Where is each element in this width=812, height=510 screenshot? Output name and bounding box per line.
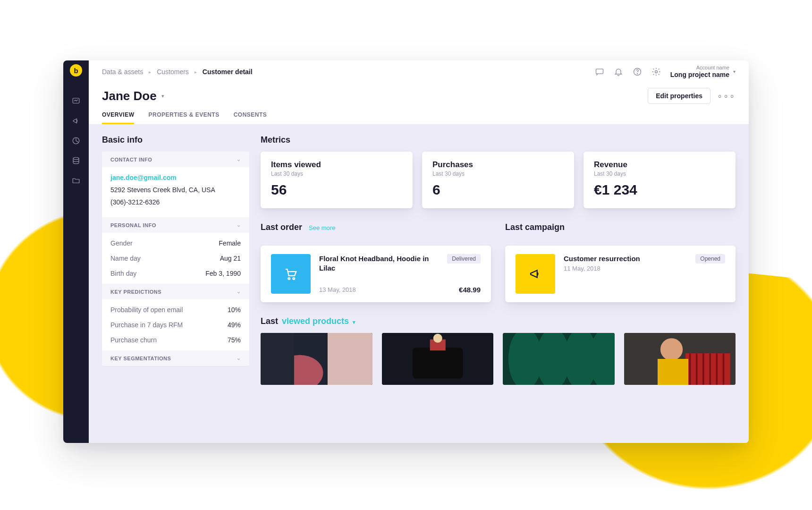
folder-icon[interactable] <box>71 176 81 185</box>
basic-info-panel: CONTACT INFO ⌄ jane.doe@gmail.com 5292 S… <box>102 152 249 366</box>
order-date: 13 May, 2018 <box>319 286 356 293</box>
project-name: Long project name <box>670 71 729 79</box>
basic-info-title: Basic info <box>102 135 249 145</box>
dashboard-icon[interactable] <box>71 96 81 106</box>
metric-purchases[interactable]: Purchases Last 30 days 6 <box>422 152 574 208</box>
chevron-down-icon: ▾ <box>353 319 355 325</box>
tab-properties-events[interactable]: PROPERTIES & EVENTS <box>148 109 219 124</box>
kv-row: Purchase in 7 days RFM49% <box>102 317 249 332</box>
svg-rect-31 <box>657 359 688 385</box>
product-thumb[interactable] <box>382 333 494 385</box>
lvp-header[interactable]: Last viewed products ▾ <box>261 316 736 326</box>
messages-icon[interactable] <box>595 67 604 76</box>
customer-address: 5292 Stevens Creek Blvd, CA, USA <box>110 186 241 194</box>
svg-point-7 <box>288 278 290 280</box>
breadcrumb-level2[interactable]: Customers <box>157 68 189 76</box>
kv-row: Name dayAug 21 <box>102 251 249 266</box>
order-items: Floral Knot Headband, Hoodie in Lilac <box>319 254 441 272</box>
svg-point-5 <box>637 74 637 74</box>
customer-email[interactable]: jane.doe@gmail.com <box>110 174 241 181</box>
campaign-status-badge: Opened <box>695 254 725 264</box>
svg-point-21 <box>589 333 614 385</box>
order-price: €48.99 <box>459 286 481 294</box>
metrics-title: Metrics <box>261 135 736 145</box>
key-predictions-body: Probability of open email10% Purchase in… <box>102 299 249 350</box>
right-column: Metrics Items viewed Last 30 days 56 Pur… <box>249 125 749 443</box>
product-thumb[interactable] <box>261 333 372 385</box>
body: Basic info CONTACT INFO ⌄ jane.doe@gmail… <box>89 125 749 443</box>
more-actions-icon[interactable]: ∘∘∘ <box>717 91 736 101</box>
analytics-icon[interactable] <box>71 136 81 145</box>
order-status-badge: Delivered <box>447 254 481 264</box>
tab-overview[interactable]: OVERVIEW <box>102 109 134 124</box>
last-campaign-card[interactable]: Customer resurrection 11 May, 2018 Opene… <box>505 246 736 302</box>
app-window: b Data & assets ▸ Customers ▸ Customer d… <box>63 60 749 443</box>
megaphone-icon <box>516 254 555 294</box>
breadcrumb-current: Customer detail <box>203 68 253 76</box>
kv-row: Probability of open email10% <box>102 302 249 317</box>
account-switcher[interactable]: Account name Long project name ▾ <box>670 65 736 79</box>
campaign-name: Customer resurrection <box>564 254 640 264</box>
contact-info-body: jane.doe@gmail.com 5292 Stevens Creek Bl… <box>102 167 249 217</box>
customer-phone: (306)-3212-6326 <box>110 198 241 206</box>
title-row: Jane Doe ▾ Edit properties ∘∘∘ <box>89 83 749 104</box>
sidebar: b <box>63 60 89 443</box>
product-thumbnails <box>261 333 736 385</box>
key-segmentations-header[interactable]: KEY SEGMENTATIONS ⌄ <box>102 350 249 366</box>
svg-point-6 <box>655 70 657 73</box>
key-predictions-header[interactable]: KEY PREDICTIONS ⌄ <box>102 284 249 299</box>
title-dropdown-icon[interactable]: ▾ <box>161 93 164 99</box>
breadcrumb: Data & assets ▸ Customers ▸ Customer det… <box>102 68 253 76</box>
help-icon[interactable] <box>633 67 642 76</box>
kv-row: GenderFemale <box>102 236 249 251</box>
svg-rect-14 <box>413 348 463 378</box>
metric-revenue[interactable]: Revenue Last 30 days €1 234 <box>584 152 736 208</box>
product-thumb[interactable] <box>503 333 615 385</box>
page-title: Jane Doe <box>102 89 157 103</box>
chevron-down-icon: ⌄ <box>237 222 241 228</box>
svg-point-8 <box>293 278 295 280</box>
topbar: Data & assets ▸ Customers ▸ Customer det… <box>89 60 749 83</box>
kv-row: Birth dayFeb 3, 1990 <box>102 266 249 281</box>
personal-info-header[interactable]: PERSONAL INFO ⌄ <box>102 217 249 233</box>
account-caret-icon: ▾ <box>733 69 736 75</box>
basic-info-column: Basic info CONTACT INFO ⌄ jane.doe@gmail… <box>89 125 249 443</box>
lvp-dropdown[interactable]: viewed products <box>282 316 349 326</box>
brand-logo[interactable]: b <box>70 64 82 76</box>
personal-info-body: GenderFemale Name dayAug 21 Birth dayFeb… <box>102 233 249 284</box>
last-viewed-products: Last viewed products ▾ <box>261 316 736 385</box>
svg-point-16 <box>433 334 442 343</box>
notifications-icon[interactable] <box>614 67 623 76</box>
svg-rect-3 <box>596 69 603 74</box>
last-order-card[interactable]: Floral Knot Headband, Hoodie in Lilac De… <box>261 246 491 302</box>
cart-icon <box>271 254 311 294</box>
campaign-date: 11 May, 2018 <box>564 265 640 272</box>
last-campaign-title: Last campaign <box>505 222 565 232</box>
contact-info-header[interactable]: CONTACT INFO ⌄ <box>102 152 249 167</box>
product-thumb[interactable] <box>624 333 736 385</box>
kv-row: Purchase churn75% <box>102 332 249 348</box>
last-campaign-section: Last campaign Customer resurrection <box>505 222 736 302</box>
campaigns-icon[interactable] <box>71 116 81 126</box>
svg-point-2 <box>73 157 79 160</box>
data-icon[interactable] <box>71 156 81 165</box>
breadcrumb-root[interactable]: Data & assets <box>102 68 143 76</box>
see-more-link[interactable]: See more <box>309 224 335 231</box>
account-label: Account name <box>670 65 729 71</box>
settings-icon[interactable] <box>651 67 661 76</box>
svg-rect-11 <box>328 333 372 385</box>
svg-rect-12 <box>261 333 294 385</box>
breadcrumb-sep: ▸ <box>149 69 151 75</box>
metric-items-viewed[interactable]: Items viewed Last 30 days 56 <box>261 152 413 208</box>
tabs: OVERVIEW PROPERTIES & EVENTS CONSENTS <box>89 104 749 125</box>
tab-consents[interactable]: CONSENTS <box>234 109 267 124</box>
main: Data & assets ▸ Customers ▸ Customer det… <box>89 60 749 443</box>
metrics-row: Items viewed Last 30 days 56 Purchases L… <box>261 152 736 208</box>
chevron-down-icon: ⌄ <box>237 156 241 162</box>
svg-point-30 <box>660 338 682 360</box>
topbar-actions: Account name Long project name ▾ <box>595 65 736 79</box>
breadcrumb-sep: ▸ <box>195 69 197 75</box>
edit-properties-button[interactable]: Edit properties <box>648 88 710 104</box>
last-order-title: Last order <box>261 222 302 232</box>
chevron-down-icon: ⌄ <box>237 289 241 295</box>
